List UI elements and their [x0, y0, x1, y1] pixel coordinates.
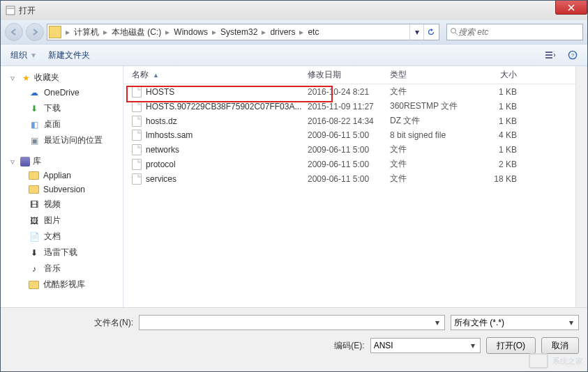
chevron-right-icon[interactable]: ▸	[102, 27, 109, 37]
sidebar-item-pictures[interactable]: 🖼图片	[1, 212, 123, 228]
chevron-right-icon[interactable]: ▸	[211, 27, 218, 37]
sidebar-item-desktop[interactable]: ◧桌面	[1, 116, 123, 132]
sort-asc-icon: ▲	[153, 72, 159, 79]
file-date: 2016-08-22 14:34	[308, 116, 390, 126]
close-button[interactable]	[555, 1, 587, 15]
encoding-select[interactable]: ANSI▾	[370, 338, 481, 353]
organize-menu[interactable]: 组织	[6, 47, 31, 64]
col-date-header[interactable]: 修改日期	[308, 69, 390, 81]
chevron-down-icon[interactable]: ▾	[566, 317, 577, 328]
folder-icon	[29, 171, 39, 180]
file-type: 文件	[390, 158, 476, 170]
chevron-right-icon[interactable]: ▸	[64, 27, 71, 37]
sidebar-item-videos[interactable]: 🎞视频	[1, 196, 123, 212]
folder-icon	[29, 281, 39, 289]
sidebar-item-youku[interactable]: 优酷影视库	[1, 277, 123, 293]
sidebar-item-subversion[interactable]: Subversion	[1, 183, 123, 196]
sidebar-item-recent[interactable]: ▣最近访问的位置	[1, 132, 123, 148]
breadcrumb-etc[interactable]: etc	[305, 27, 322, 37]
file-name: protocol	[146, 160, 176, 169]
window-title: 打开	[19, 5, 36, 17]
svg-text:?: ?	[571, 52, 575, 59]
filename-input[interactable]: ▾	[139, 315, 445, 330]
file-type: DZ 文件	[390, 115, 476, 127]
file-filter-select[interactable]: 所有文件 (*.*)▾	[451, 315, 579, 330]
file-row[interactable]: networks2009-06-11 5:00文件1 KB	[123, 142, 575, 157]
back-button[interactable]	[5, 23, 23, 41]
file-size: 1 KB	[476, 87, 525, 97]
chevron-down-icon[interactable]: ▾	[432, 317, 443, 328]
picture-icon: 🖼	[29, 215, 40, 226]
sidebar-item-xunlei[interactable]: ⬇迅雷下载	[1, 245, 123, 261]
breadcrumb-drive[interactable]: 本地磁盘 (C:)	[109, 26, 164, 38]
breadcrumb-windows[interactable]: Windows	[171, 27, 211, 37]
file-type: 360RESTMP 文件	[390, 100, 476, 112]
file-size: 1 KB	[476, 102, 525, 111]
download-icon: ⬇	[29, 103, 40, 114]
file-type: 文件	[390, 173, 476, 185]
file-row[interactable]: HOSTS.907229CB38F75902C07FF03A...2015-11…	[123, 99, 575, 114]
bottom-panel: 文件名(N): ▾ 所有文件 (*.*)▾ 编码(E): ANSI▾ 打开(O)…	[1, 307, 587, 371]
chevron-right-icon[interactable]: ▸	[164, 27, 171, 37]
help-button[interactable]: ?	[564, 47, 582, 63]
open-dialog: 打开 ▸ 计算机▸ 本地磁盘 (C:)▸ Windows▸ System32▸ …	[0, 0, 588, 372]
refresh-button[interactable]	[423, 24, 437, 40]
watermark: 系统之家	[529, 353, 583, 369]
cloud-icon: ☁	[29, 87, 40, 98]
col-size-header[interactable]: 大小	[476, 69, 525, 81]
forward-button[interactable]	[26, 23, 44, 41]
vertical-scrollbar[interactable]	[575, 66, 587, 307]
libraries-header[interactable]: ▿库	[1, 154, 123, 169]
chevron-down-icon[interactable]: ▾	[467, 340, 478, 351]
file-list-area: 名称▲ 修改日期 类型 大小 HOSTS2016-10-24 8:21文件1 K…	[123, 66, 575, 307]
open-button[interactable]: 打开(O)	[486, 337, 536, 354]
breadcrumb-drivers[interactable]: drivers	[267, 27, 298, 37]
file-icon	[132, 116, 142, 127]
file-size: 18 KB	[476, 174, 525, 184]
file-list: HOSTS2016-10-24 8:21文件1 KBHOSTS.907229CB…	[123, 84, 575, 186]
file-row[interactable]: hosts.dz2016-08-22 14:34DZ 文件1 KB	[123, 114, 575, 128]
search-box[interactable]	[446, 24, 583, 40]
file-row[interactable]: HOSTS2016-10-24 8:21文件1 KB	[123, 84, 575, 99]
nav-bar: ▸ 计算机▸ 本地磁盘 (C:)▸ Windows▸ System32▸ dri…	[1, 20, 587, 44]
svg-rect-0	[6, 6, 15, 15]
file-size: 1 KB	[476, 145, 525, 155]
address-dropdown[interactable]: ▾	[409, 24, 423, 40]
file-date: 2009-06-11 5:00	[308, 174, 390, 184]
file-icon	[132, 101, 142, 112]
col-name-header[interactable]: 名称▲	[132, 69, 308, 81]
search-icon	[450, 26, 458, 38]
download-icon: ⬇	[29, 247, 40, 258]
view-options-button[interactable]	[541, 47, 559, 63]
file-row[interactable]: protocol2009-06-11 5:00文件2 KB	[123, 157, 575, 171]
breadcrumb-system32[interactable]: System32	[218, 27, 260, 37]
file-date: 2009-06-11 5:00	[308, 145, 390, 155]
sidebar-item-downloads[interactable]: ⬇下载	[1, 100, 123, 116]
col-type-header[interactable]: 类型	[390, 69, 476, 81]
file-size: 4 KB	[476, 130, 525, 140]
file-row[interactable]: services2009-06-11 5:00文件18 KB	[123, 171, 575, 186]
file-row[interactable]: lmhosts.sam2009-06-11 5:008 bit signed f…	[123, 128, 575, 142]
chevron-right-icon[interactable]: ▸	[260, 27, 267, 37]
search-input[interactable]	[458, 27, 580, 37]
file-icon	[132, 144, 142, 155]
sidebar-item-music[interactable]: ♪音乐	[1, 261, 123, 277]
sidebar-item-applian[interactable]: Applian	[1, 169, 123, 183]
titlebar: 打开	[1, 1, 587, 20]
breadcrumb-computer[interactable]: 计算机	[71, 26, 102, 38]
new-folder-button[interactable]: 新建文件夹	[44, 47, 94, 64]
favorites-header[interactable]: ▿★收藏夹	[1, 70, 123, 85]
file-size: 2 KB	[476, 160, 525, 169]
file-date: 2015-11-09 11:27	[308, 102, 390, 111]
content-area: ▿★收藏夹 ☁OneDrive ⬇下载 ◧桌面 ▣最近访问的位置 ▿库 Appl…	[1, 66, 587, 307]
folder-icon	[29, 185, 39, 194]
address-bar[interactable]: ▸ 计算机▸ 本地磁盘 (C:)▸ Windows▸ System32▸ dri…	[47, 24, 439, 40]
filename-label: 文件名(N):	[9, 317, 139, 329]
watermark-icon	[529, 353, 548, 369]
sidebar-item-documents[interactable]: 📄文档	[1, 228, 123, 245]
cancel-button[interactable]: 取消	[541, 337, 579, 354]
chevron-right-icon[interactable]: ▸	[298, 27, 305, 37]
sidebar-item-onedrive[interactable]: ☁OneDrive	[1, 85, 123, 100]
file-name: services	[146, 174, 176, 184]
video-icon: 🎞	[29, 199, 40, 210]
